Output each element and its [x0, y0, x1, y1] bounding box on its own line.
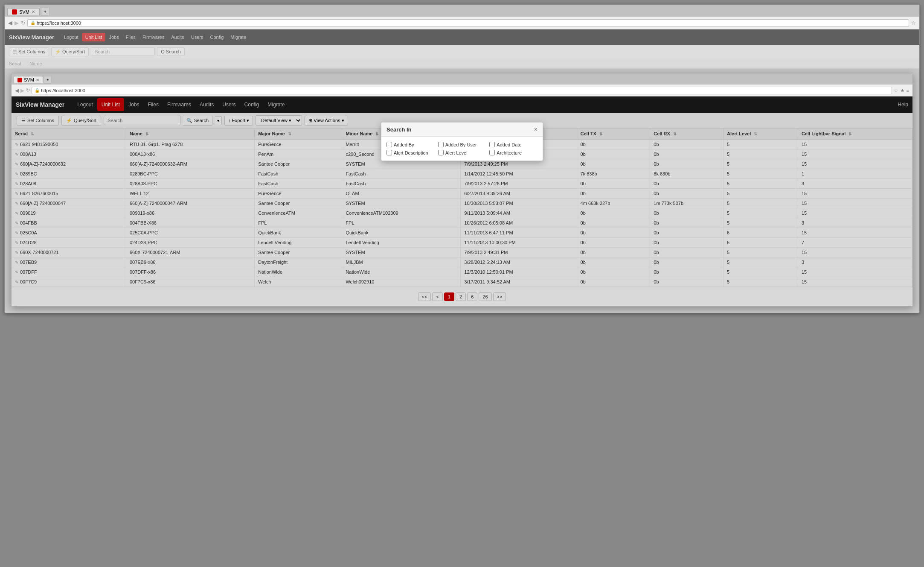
refresh-button[interactable]: ↻: [21, 20, 25, 26]
inner-star-icon: ★: [900, 88, 905, 94]
modal-body: Added By Added By User Added Date Alert …: [381, 137, 543, 161]
outer-query-sort[interactable]: ⚡ Query/Sort: [51, 47, 89, 56]
bookmark-icon: ☆: [911, 20, 916, 26]
outer-nav-config[interactable]: Config: [207, 33, 227, 41]
forward-button[interactable]: ▶: [15, 20, 19, 26]
inner-back[interactable]: ◀: [15, 88, 19, 94]
checkbox-added-by-user[interactable]: Added By User: [438, 142, 486, 147]
outer-tab-label: SVM: [19, 9, 29, 15]
outer-nav-audits[interactable]: Audits: [168, 33, 188, 41]
checkbox-alert-desc[interactable]: Alert Description: [386, 150, 435, 155]
inner-forward[interactable]: ▶: [20, 88, 24, 94]
checkbox-added-by-user-input[interactable]: [438, 142, 444, 147]
outer-col-serial: Serial: [9, 61, 21, 66]
outer-nav-jobs[interactable]: Jobs: [105, 33, 122, 41]
inner-new-tab[interactable]: +: [44, 76, 52, 84]
inner-tab-icon: [17, 78, 22, 82]
new-tab-button[interactable]: +: [41, 7, 49, 16]
checkbox-added-date[interactable]: Added Date: [489, 142, 538, 147]
inner-address-input[interactable]: [41, 88, 889, 93]
address-input[interactable]: [37, 20, 906, 26]
inner-menu-icon: ≡: [907, 88, 909, 93]
inner-refresh[interactable]: ↻: [26, 88, 30, 93]
checkbox-alert-level-input[interactable]: [438, 150, 444, 155]
outer-nav-unitlist[interactable]: Unit List: [82, 33, 106, 41]
modal-title: Search In: [386, 126, 412, 133]
modal-close-button[interactable]: ×: [534, 126, 538, 133]
outer-search-btn[interactable]: Q Search: [157, 47, 184, 56]
back-button[interactable]: ◀: [8, 20, 12, 26]
checkbox-alert-level[interactable]: Alert Level: [438, 150, 486, 155]
outer-col-name: Name: [29, 61, 42, 66]
outer-brand: SixView Manager: [9, 34, 54, 41]
outer-nav-files[interactable]: Files: [122, 33, 139, 41]
outer-nav-firmwares[interactable]: Firmwares: [139, 33, 168, 41]
outer-set-columns[interactable]: ☰ Set Columns: [9, 47, 49, 56]
outer-search-input[interactable]: [91, 47, 155, 56]
outer-nav-migrate[interactable]: Migrate: [227, 33, 250, 41]
checkbox-grid: Added By Added By User Added Date Alert …: [386, 142, 538, 155]
outer-nav-users[interactable]: Users: [188, 33, 207, 41]
inner-ssl-icon: 🔒: [35, 88, 40, 93]
inner-tab-label: SVM: [24, 77, 34, 82]
checkbox-alert-desc-input[interactable]: [386, 150, 392, 155]
inner-tab-close[interactable]: ✕: [36, 78, 39, 82]
checkbox-added-date-input[interactable]: [489, 142, 495, 147]
checkbox-added-by[interactable]: Added By: [386, 142, 435, 147]
search-in-modal: Search In × Added By Added By User: [381, 122, 543, 161]
checkbox-added-by-input[interactable]: [386, 142, 392, 147]
outer-nav-logout[interactable]: Logout: [61, 33, 82, 41]
inner-bookmark-icon: ☆: [894, 88, 898, 94]
checkbox-architecture[interactable]: Architecture: [489, 150, 538, 155]
outer-tab-close[interactable]: ✕: [32, 9, 35, 14]
ssl-icon: 🔒: [30, 20, 35, 25]
checkbox-architecture-input[interactable]: [489, 150, 495, 155]
modal-header: Search In ×: [381, 123, 543, 137]
